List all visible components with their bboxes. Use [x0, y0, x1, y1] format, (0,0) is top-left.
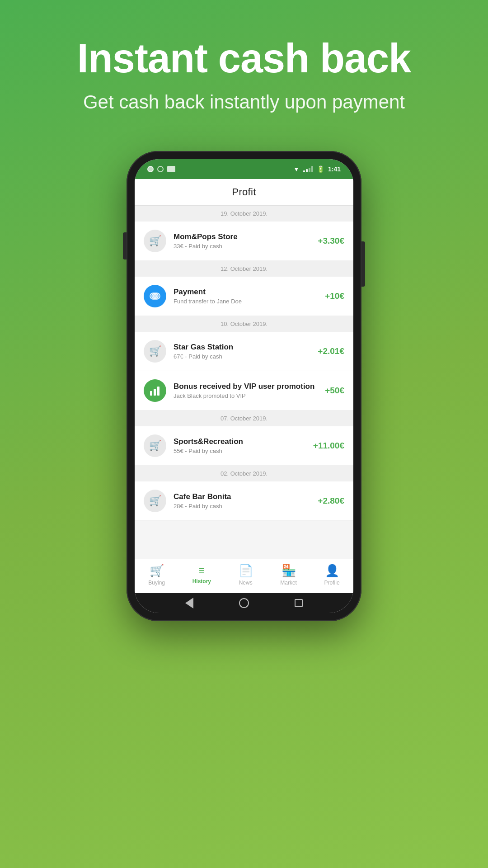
- battery-icon: 🔋: [317, 165, 324, 173]
- transaction-name: Payment: [174, 288, 318, 297]
- profile-label: Profile: [324, 580, 340, 586]
- date-separator-1: 19. October 2019.: [135, 206, 353, 222]
- transaction-amount: +11.00€: [313, 441, 344, 451]
- history-label: History: [192, 578, 211, 585]
- chart-icon: [144, 379, 166, 402]
- transaction-name: Star Gas Station: [174, 343, 310, 352]
- transaction-info: Star Gas Station 67€ - Paid by cash: [174, 343, 310, 360]
- nav-buying[interactable]: 🛒 Buying: [144, 564, 169, 586]
- nav-news[interactable]: 📄 News: [234, 564, 258, 586]
- transaction-desc: 28€ - Paid by cash: [174, 503, 310, 509]
- back-button[interactable]: [183, 597, 196, 609]
- bottom-nav: 🛒 Buying ≡ History 📄 News 🏪 Market 👤: [135, 559, 353, 593]
- transaction-amount: +50€: [325, 386, 344, 396]
- buying-label: Buying: [148, 580, 165, 586]
- table-row[interactable]: 🛒 Star Gas Station 67€ - Paid by cash +2…: [135, 332, 353, 371]
- date-separator-3: 10. October 2019.: [135, 316, 353, 332]
- transaction-info: Bonus received by VIP user promotion Jac…: [174, 382, 318, 399]
- news-icon: 📄: [239, 564, 253, 578]
- history-icon: ≡: [199, 565, 205, 576]
- date-separator-4: 07. October 2019.: [135, 410, 353, 426]
- nav-market[interactable]: 🏪 Market: [276, 564, 301, 586]
- status-left: [147, 166, 175, 172]
- svg-rect-3: [150, 391, 152, 396]
- android-nav-bar: [135, 593, 353, 613]
- transaction-amount: +3.30€: [318, 236, 344, 246]
- svg-point-2: [152, 293, 158, 299]
- status-time: 1:41: [328, 165, 341, 173]
- transaction-name: Sports&Recreation: [174, 437, 306, 446]
- market-label: Market: [280, 580, 297, 586]
- status-bar: ▼ 🔋 1:41: [135, 159, 353, 179]
- table-row[interactable]: Bonus received by VIP user promotion Jac…: [135, 371, 353, 410]
- transaction-info: Payment Fund transfer to Jane Doe: [174, 288, 318, 305]
- phone-body: ▼ 🔋 1:41 Profit: [127, 151, 361, 621]
- status-right: ▼ 🔋 1:41: [293, 165, 341, 173]
- table-row[interactable]: Payment Fund transfer to Jane Doe +10€: [135, 277, 353, 316]
- date-separator-2: 12. October 2019.: [135, 261, 353, 277]
- hero-subtitle: Get cash back instantly upon payment: [83, 90, 405, 115]
- cart-icon: 🛒: [144, 340, 166, 363]
- news-label: News: [239, 580, 253, 586]
- nav-history[interactable]: ≡ History: [188, 565, 216, 585]
- transaction-info: Cafe Bar Bonita 28€ - Paid by cash: [174, 492, 310, 509]
- home-button[interactable]: [238, 597, 250, 609]
- table-row[interactable]: 🛒 Sports&Recreation 55€ - Paid by cash +…: [135, 426, 353, 466]
- transaction-amount: +10€: [325, 291, 344, 301]
- transaction-amount: +2.80€: [318, 496, 344, 506]
- transaction-info: Mom&Pops Store 33€ - Paid by cash: [174, 232, 310, 250]
- phone-mockup: ▼ 🔋 1:41 Profit: [127, 151, 361, 621]
- transaction-name: Cafe Bar Bonita: [174, 492, 310, 501]
- coins-icon: [144, 285, 166, 307]
- cart-icon: 🛒: [144, 230, 166, 252]
- transaction-list[interactable]: 19. October 2019. 🛒 Mom&Pops Store 33€ -…: [135, 206, 353, 559]
- svg-rect-4: [154, 389, 156, 396]
- market-icon: 🏪: [282, 564, 296, 578]
- transaction-desc: Jack Black promoted to VIP: [174, 392, 318, 399]
- status-dot-1: [147, 166, 154, 172]
- hero-section: Instant cash back Get cash back instantl…: [0, 0, 488, 133]
- hero-title: Instant cash back: [77, 36, 411, 81]
- page-title: Profit: [232, 186, 256, 198]
- transaction-desc: 67€ - Paid by cash: [174, 353, 310, 360]
- transaction-desc: Fund transfer to Jane Doe: [174, 298, 318, 305]
- date-separator-5: 02. October 2019.: [135, 466, 353, 481]
- phone-screen: ▼ 🔋 1:41 Profit: [135, 159, 353, 613]
- table-row[interactable]: 🛒 Cafe Bar Bonita 28€ - Paid by cash +2.…: [135, 481, 353, 521]
- wifi-icon: ▼: [293, 165, 300, 173]
- transaction-desc: 33€ - Paid by cash: [174, 243, 310, 250]
- status-sim-icon: [167, 166, 175, 172]
- svg-rect-5: [157, 387, 160, 396]
- profile-icon: 👤: [325, 564, 339, 578]
- transaction-amount: +2.01€: [318, 346, 344, 356]
- cart-icon: 🛒: [144, 434, 166, 457]
- transaction-info: Sports&Recreation 55€ - Paid by cash: [174, 437, 306, 454]
- cart-icon: 🛒: [144, 490, 166, 512]
- table-row[interactable]: 🛒 Mom&Pops Store 33€ - Paid by cash +3.3…: [135, 222, 353, 261]
- transaction-desc: 55€ - Paid by cash: [174, 448, 306, 454]
- signal-icon: [303, 166, 313, 172]
- transaction-name: Bonus received by VIP user promotion: [174, 382, 318, 391]
- transaction-name: Mom&Pops Store: [174, 232, 310, 241]
- status-dot-2: [157, 166, 164, 172]
- app-header: Profit: [135, 179, 353, 206]
- buying-icon: 🛒: [150, 564, 164, 578]
- nav-profile[interactable]: 👤 Profile: [320, 564, 344, 586]
- recent-button[interactable]: [292, 597, 305, 609]
